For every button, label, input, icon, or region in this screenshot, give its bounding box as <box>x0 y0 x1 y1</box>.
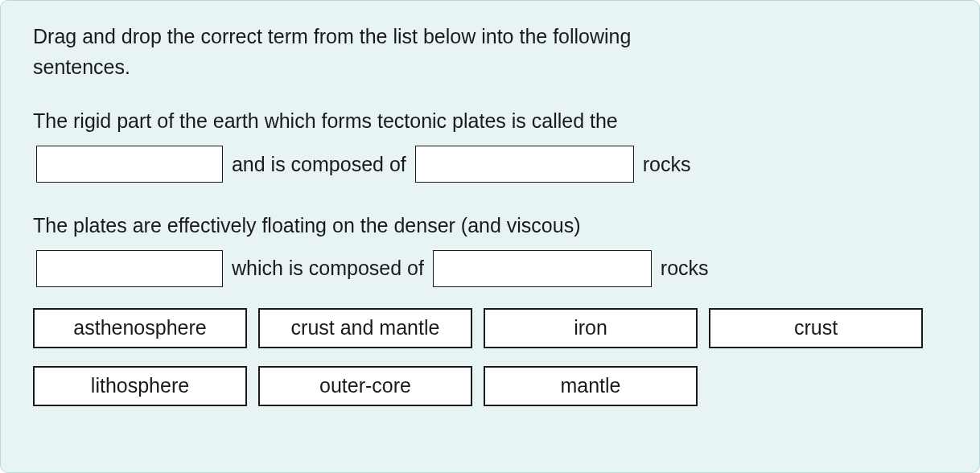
sentence-2: The plates are effectively floating on t… <box>33 204 947 291</box>
term-outer-core[interactable]: outer-core <box>258 366 472 406</box>
terms-row-2: lithosphere outer-core mantle <box>33 366 947 406</box>
instructions-text: Drag and drop the correct term from the … <box>33 22 725 82</box>
sentence-1-part-1: The rigid part of the earth which forms … <box>33 109 618 132</box>
term-asthenosphere[interactable]: asthenosphere <box>33 308 247 348</box>
term-crust[interactable]: crust <box>709 308 923 348</box>
drop-target-3[interactable] <box>36 250 223 287</box>
sentence-2-part-3: rocks <box>661 257 709 279</box>
drop-target-2[interactable] <box>415 146 634 183</box>
term-lithosphere[interactable]: lithosphere <box>33 366 247 406</box>
term-mantle[interactable]: mantle <box>484 366 698 406</box>
sentence-1: The rigid part of the earth which forms … <box>33 100 947 187</box>
sentence-2-part-2: which is composed of <box>232 257 430 279</box>
terms-container: asthenosphere crust and mantle iron crus… <box>33 308 947 406</box>
sentence-1-part-3: rocks <box>643 153 691 175</box>
term-crust-and-mantle[interactable]: crust and mantle <box>258 308 472 348</box>
question-card: Drag and drop the correct term from the … <box>0 0 980 473</box>
term-iron[interactable]: iron <box>484 308 698 348</box>
sentence-1-part-2: and is composed of <box>232 153 412 175</box>
sentence-2-part-1: The plates are effectively floating on t… <box>33 214 580 236</box>
drop-target-4[interactable] <box>433 250 652 287</box>
terms-row-1: asthenosphere crust and mantle iron crus… <box>33 308 947 348</box>
drop-target-1[interactable] <box>36 146 223 183</box>
